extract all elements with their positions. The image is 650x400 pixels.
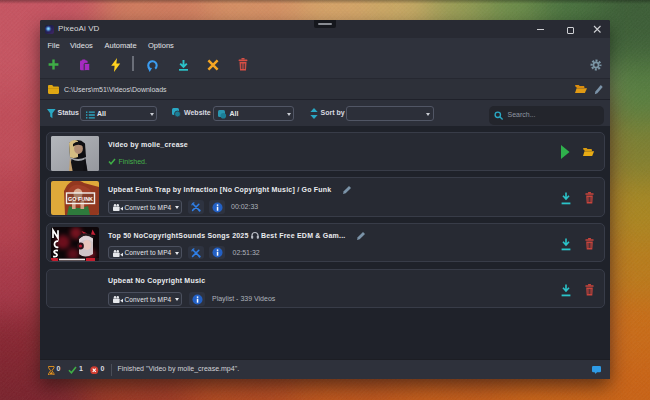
svg-text:GO FUNK: GO FUNK bbox=[68, 196, 93, 202]
